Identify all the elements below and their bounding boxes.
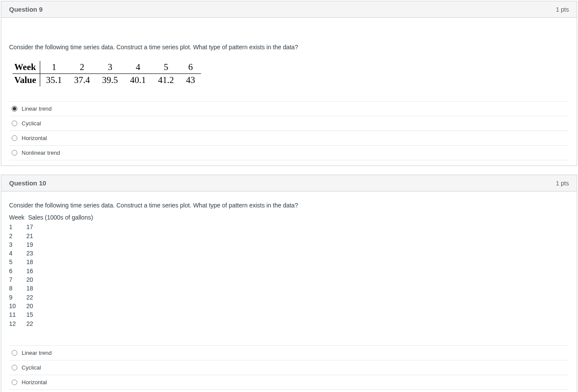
question-10-block: Question 10 1 pts Consider the following… (1, 175, 577, 392)
q10-data-row: 319 (9, 240, 569, 249)
q9-week-1: 1 (40, 61, 68, 74)
q10-answer-cyclical[interactable]: Cyclical (9, 360, 569, 375)
q10-week-cell: 10 (9, 302, 26, 310)
q9-answer-horizontal[interactable]: Horizontal (9, 131, 569, 146)
q10-week-cell: 1 (9, 223, 26, 231)
question-9-answers: Linear trend Cyclical Horizontal Nonline… (9, 101, 569, 160)
question-9-prompt: Consider the following time series data.… (9, 44, 569, 51)
q10-answer-label: Cyclical (22, 364, 41, 371)
q10-data-row: 1020 (9, 302, 569, 310)
q9-week-2: 2 (68, 61, 96, 74)
q9-week-3: 3 (96, 61, 124, 74)
q10-week-cell: 11 (9, 310, 26, 319)
question-10-body: Consider the following time series data.… (1, 191, 577, 392)
question-9-points: 1 pts (556, 6, 569, 13)
q9-value-3: 39.5 (96, 74, 124, 87)
q10-week-cell: 4 (9, 249, 26, 258)
question-9-body: Consider the following time series data.… (1, 18, 577, 166)
q10-data-row: 1115 (9, 310, 569, 319)
q10-value-cell: 19 (26, 240, 33, 249)
q10-answer-label: Horizontal (22, 379, 47, 386)
question-9-data-table: Week 1 2 3 4 5 6 Value 35.1 37.4 39.5 40… (13, 61, 201, 86)
q9-value-6: 43 (180, 74, 201, 87)
question-10-header: Question 10 1 pts (1, 175, 577, 191)
q10-value-cell: 17 (26, 223, 33, 231)
q10-data-row: 720 (9, 275, 569, 284)
q9-week-5: 5 (152, 61, 180, 74)
q10-answer-linear-trend[interactable]: Linear trend (9, 346, 569, 360)
q9-value-5: 41.2 (152, 74, 180, 87)
q10-answer-horizontal[interactable]: Horizontal (9, 375, 569, 390)
question-10-data-list: Week Sales (1000s of gallons) 1172213194… (9, 213, 569, 328)
question-9-block: Question 9 1 pts Consider the following … (1, 1, 577, 166)
q9-value-1: 35.1 (40, 74, 68, 87)
q9-radio-cyclical[interactable] (12, 121, 17, 126)
q10-week-cell: 2 (9, 232, 26, 240)
q9-answer-label: Horizontal (22, 135, 47, 141)
q10-data-row: 117 (9, 223, 569, 231)
q10-value-cell: 20 (26, 275, 33, 284)
q10-data-row: 221 (9, 232, 569, 240)
q10-value-cell: 16 (26, 267, 33, 275)
q9-value-4: 40.1 (124, 74, 152, 87)
q10-data-row: 423 (9, 249, 569, 258)
q9-radio-nonlinear-trend[interactable] (12, 150, 17, 156)
q9-radio-horizontal[interactable] (12, 135, 17, 141)
question-10-title: Question 10 (9, 179, 46, 187)
q10-radio-linear-trend[interactable] (12, 350, 17, 356)
q10-value-cell: 22 (26, 319, 33, 328)
q9-answer-linear-trend[interactable]: Linear trend (9, 102, 569, 116)
q10-answer-nonlinear-trend[interactable]: Nonlinear trend (9, 390, 569, 392)
q10-week-cell: 6 (9, 267, 26, 275)
q10-value-cell: 21 (26, 232, 33, 240)
q10-data-row: 616 (9, 267, 569, 275)
q10-header-sales: Sales (1000s of gallons) (28, 213, 93, 222)
q10-week-cell: 7 (9, 275, 26, 284)
q10-value-cell: 20 (26, 302, 33, 310)
q10-week-cell: 5 (9, 258, 26, 266)
q9-row2-label: Value (13, 74, 40, 87)
q10-value-cell: 22 (26, 293, 33, 302)
q9-row1-label: Week (13, 61, 40, 74)
q10-header-week: Week (9, 213, 26, 222)
q10-week-cell: 9 (9, 293, 26, 302)
q10-data-row: 818 (9, 284, 569, 293)
question-10-answers: Linear trend Cyclical Horizontal Nonline… (9, 345, 569, 392)
q9-week-6: 6 (180, 61, 201, 74)
q10-data-row: 922 (9, 293, 569, 302)
q10-value-cell: 18 (26, 284, 33, 293)
question-10-prompt: Consider the following time series data.… (9, 202, 569, 209)
q9-value-2: 37.4 (68, 74, 96, 87)
question-9-title: Question 9 (9, 6, 43, 13)
question-10-points: 1 pts (556, 180, 569, 187)
q9-answer-label: Cyclical (22, 120, 41, 127)
q10-value-cell: 23 (26, 249, 33, 258)
q10-value-cell: 15 (26, 310, 33, 319)
q10-week-cell: 3 (9, 240, 26, 249)
q10-week-cell: 8 (9, 284, 26, 293)
q10-value-cell: 18 (26, 258, 33, 266)
q10-radio-cyclical[interactable] (12, 365, 17, 370)
q10-answer-label: Linear trend (22, 350, 51, 356)
q9-answer-label: Linear trend (22, 105, 51, 112)
q9-answer-cyclical[interactable]: Cyclical (9, 116, 569, 131)
q10-data-header: Week Sales (1000s of gallons) (9, 213, 569, 222)
q9-week-4: 4 (124, 61, 152, 74)
q10-data-row: 1222 (9, 319, 569, 328)
q9-answer-label: Nonlinear trend (22, 150, 60, 156)
q10-data-row: 518 (9, 258, 569, 266)
question-9-header: Question 9 1 pts (1, 1, 577, 18)
q10-radio-horizontal[interactable] (12, 379, 17, 385)
q9-answer-nonlinear-trend[interactable]: Nonlinear trend (9, 146, 569, 160)
q10-week-cell: 12 (9, 319, 26, 328)
q9-radio-linear-trend[interactable] (12, 106, 17, 112)
